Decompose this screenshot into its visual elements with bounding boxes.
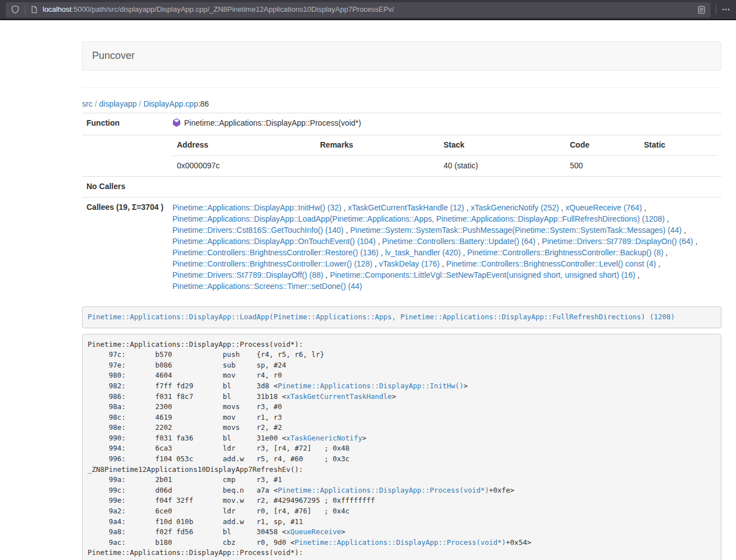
breadcrumb-line-number: :86 xyxy=(198,99,209,108)
no-callers-row: No Callers xyxy=(82,176,721,197)
breadcrumb-link-src[interactable]: src xyxy=(82,99,93,108)
callee-separator: , xyxy=(440,259,446,268)
page-icon xyxy=(30,6,38,13)
shield-icon[interactable] xyxy=(11,5,20,14)
callee-link[interactable]: Pinetime::Applications::DisplayApp::Load… xyxy=(172,214,665,223)
disassembly-symbol-link[interactable]: Pinetime::Applications::DisplayApp::Proc… xyxy=(295,538,506,547)
urlbar-separator xyxy=(25,5,25,15)
divider xyxy=(82,88,721,88)
function-name-cell: Pinetime::Applications::DisplayApp::Proc… xyxy=(168,113,721,135)
callee-separator: , xyxy=(376,237,382,246)
function-details-row: Address Remarks Stack Code Static 0x0000… xyxy=(82,135,721,176)
callee-link[interactable]: Pinetime::Drivers::St7789::DisplayOff() … xyxy=(172,270,323,279)
col-code: Code xyxy=(565,135,639,155)
details-table: Address Remarks Stack Code Static 0x0000… xyxy=(172,135,717,176)
callee-link[interactable]: Pinetime::Drivers::St7789::DisplayOn() (… xyxy=(542,237,693,246)
breadcrumb-link-displayapp[interactable]: displayapp xyxy=(99,99,137,108)
callee-link[interactable]: Pinetime::Applications::Screens::Timer::… xyxy=(172,282,362,291)
col-static: Static xyxy=(639,135,717,155)
breadcrumb: src/displayapp/DisplayApp.cpp:86 xyxy=(82,98,721,109)
col-address: Address xyxy=(172,135,316,155)
value-stack: 40 (static) xyxy=(439,155,565,176)
callee-separator: , xyxy=(461,248,468,257)
url-path: :5000/path/src/displayapp/DisplayApp.cpp… xyxy=(71,5,394,13)
toolbar-separator xyxy=(716,5,716,15)
disassembly-symbol-link[interactable]: Pinetime::Applications::DisplayApp::Proc… xyxy=(278,486,489,494)
toolbar-right-group xyxy=(711,5,730,15)
callee-link[interactable]: vTaskDelay (176) xyxy=(379,259,440,268)
callee-link[interactable]: Pinetime::Controllers::BrightnessControl… xyxy=(446,259,656,268)
callee-link[interactable]: Pinetime::Applications::DisplayApp::Init… xyxy=(172,203,341,212)
page-container: Puncover src/displayapp/DisplayApp.cpp:8… xyxy=(82,20,721,560)
callee-link[interactable]: xTaskGenericNotify (252) xyxy=(470,203,559,212)
url-text[interactable]: localhost:5000/path/src/displayapp/Displ… xyxy=(43,4,697,15)
brand-link[interactable]: Puncover xyxy=(92,49,135,63)
value-remarks xyxy=(316,155,439,176)
callee-separator: , xyxy=(656,259,660,268)
value-address: 0x0000097c xyxy=(172,155,316,176)
callee-link[interactable]: Pinetime::Controllers::BrightnessControl… xyxy=(172,259,372,268)
disassembly-symbol-link[interactable]: xTaskGetCurrentTaskHandle xyxy=(286,392,392,401)
callee-link[interactable]: xQueueReceive (764) xyxy=(565,203,642,212)
url-bar[interactable]: localhost:5000/path/src/displayapp/Displ… xyxy=(6,2,711,17)
callee-separator: , xyxy=(341,203,348,212)
no-callers-label: No Callers xyxy=(82,176,168,197)
col-stack: Stack xyxy=(439,135,565,155)
callees-list: Pinetime::Applications::DisplayApp::Init… xyxy=(168,197,721,296)
details-value-row: 0x0000097c 40 (static) 500 xyxy=(172,155,717,176)
col-remarks: Remarks xyxy=(316,135,439,155)
callee-link[interactable]: Pinetime::Drivers::Cst816S::GetTouchInfo… xyxy=(172,226,344,235)
callee-separator: , xyxy=(665,214,669,223)
function-name: Pinetime::Applications::DisplayApp::Proc… xyxy=(184,118,361,127)
browser-toolbar: localhost:5000/path/src/displayapp/Displ… xyxy=(0,0,736,20)
disassembly-symbol-link[interactable]: xTaskGenericNotify xyxy=(286,434,362,442)
callee-separator: , xyxy=(378,248,385,257)
value-code: 500 xyxy=(565,155,639,176)
function-details-cell: Address Remarks Stack Code Static 0x0000… xyxy=(168,135,721,176)
function-table: Function Pinetime::Applications::Display… xyxy=(82,113,721,296)
callee-separator: , xyxy=(636,270,640,279)
callee-link[interactable]: Pinetime::Controllers::BrightnessControl… xyxy=(467,248,663,257)
reader-mode-icon[interactable] xyxy=(697,6,706,14)
callee-link[interactable]: Pinetime::Controllers::Battery::Update()… xyxy=(382,237,536,246)
value-static xyxy=(639,155,717,176)
callee-separator: , xyxy=(344,226,350,235)
callee-separator: , xyxy=(464,203,471,212)
package-icon xyxy=(172,118,181,130)
callee-separator: , xyxy=(323,270,330,279)
callees-label: Callees (19, Σ=3704 ) xyxy=(82,197,168,296)
breadcrumb-separator: / xyxy=(137,99,144,108)
callee-separator: , xyxy=(682,226,686,235)
callee-link[interactable]: Pinetime::System::SystemTask::PushMessag… xyxy=(350,226,682,235)
callee-link[interactable]: Pinetime::Components::LittleVgl::SetNewT… xyxy=(330,270,636,279)
disassembly-symbol-link[interactable]: xQueueReceive xyxy=(286,527,341,536)
breadcrumb-link-file[interactable]: DisplayApp.cpp xyxy=(143,99,198,108)
callee-link[interactable]: Pinetime::Controllers::BrightnessControl… xyxy=(172,248,378,257)
callee-separator: , xyxy=(536,237,542,246)
callee-separator: , xyxy=(642,203,646,212)
navbar: Puncover xyxy=(82,42,721,71)
callee-separator: , xyxy=(693,237,698,246)
disassembly-pre: Pinetime::Applications::DisplayApp::Proc… xyxy=(82,334,721,560)
empty-row-label xyxy=(82,135,168,176)
no-callers-cell xyxy=(168,176,721,197)
url-host: localhost xyxy=(43,5,71,13)
callee-separator: , xyxy=(372,259,379,268)
more-menu-icon[interactable] xyxy=(721,5,730,14)
callee-separator: , xyxy=(664,248,668,257)
function-row-label: Function xyxy=(82,113,168,135)
snippet-pre: Pinetime::Applications::DisplayApp::Load… xyxy=(82,306,721,328)
snippet-link[interactable]: Pinetime::Applications::DisplayApp::Load… xyxy=(88,313,675,321)
details-header-row: Address Remarks Stack Code Static xyxy=(172,135,717,155)
function-row: Function Pinetime::Applications::Display… xyxy=(82,113,721,135)
breadcrumb-separator: / xyxy=(93,99,99,108)
callee-link[interactable]: Pinetime::Applications::DisplayApp::OnTo… xyxy=(172,237,376,246)
callee-link[interactable]: lv_task_handler (420) xyxy=(385,248,461,257)
callee-link[interactable]: xTaskGetCurrentTaskHandle (12) xyxy=(348,203,464,212)
disassembly-symbol-link[interactable]: Pinetime::Applications::DisplayApp::Init… xyxy=(278,382,464,390)
callee-separator: , xyxy=(559,203,566,212)
callees-row: Callees (19, Σ=3704 ) Pinetime::Applicat… xyxy=(82,197,721,296)
